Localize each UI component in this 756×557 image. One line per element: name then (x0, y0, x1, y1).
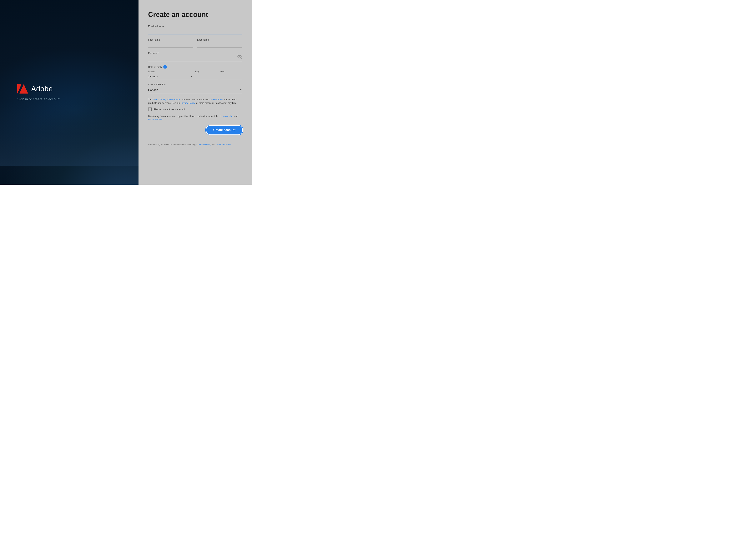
terms-link[interactable]: Terms of Use (220, 115, 233, 118)
privacy-policy-link[interactable]: Privacy Policy (181, 102, 195, 105)
form-panel: Create an account Email address First na… (139, 0, 252, 185)
consent-text-4: for more details or to opt-out at any ti… (195, 102, 237, 105)
password-visibility-toggle[interactable] (237, 55, 242, 60)
firstname-field-group: First name (148, 38, 193, 48)
contact-checkbox-label: Please contact me via email (153, 108, 185, 111)
year-col-label: Year (220, 70, 242, 73)
firstname-input[interactable] (148, 42, 193, 48)
agree-text-3: . (162, 118, 163, 121)
adobe-family-link[interactable]: Adobe family of companies (152, 98, 180, 101)
password-label: Password (148, 52, 242, 55)
password-field-group: Password (148, 52, 242, 61)
recaptcha-text-2: and (211, 144, 216, 146)
password-input[interactable] (148, 55, 242, 61)
consent-text-1: The (148, 98, 152, 101)
agree-text-1: By clicking Create account, I agree that… (148, 115, 220, 118)
lastname-input[interactable] (197, 42, 242, 48)
lastname-label: Last name (197, 38, 242, 41)
privacy-policy-link-2[interactable]: Privacy Policy (148, 118, 162, 121)
agree-text-2: and (233, 115, 237, 118)
recaptcha-privacy-link[interactable]: Privacy Policy (198, 144, 211, 146)
firstname-label: First name (148, 38, 193, 41)
month-select-wrapper: January February March April May June Ju… (148, 74, 193, 79)
dob-info-icon[interactable]: i (163, 65, 167, 69)
adobe-tagline: Sign in or create an account (17, 97, 60, 101)
day-input[interactable] (195, 74, 218, 79)
contact-checkbox[interactable] (148, 108, 152, 111)
email-field-group: Email address (148, 25, 242, 34)
password-wrapper (148, 55, 242, 61)
year-col: Year (220, 70, 242, 79)
month-col: Month January February March April May J… (148, 70, 193, 79)
country-section: Country/Region Canada United States Unit… (148, 83, 242, 93)
agree-text: By clicking Create account, I agree that… (148, 114, 242, 121)
dob-label-row: Date of birth i (148, 65, 242, 69)
consent-text: The Adobe family of companies may keep m… (148, 98, 242, 105)
lastname-field-group: Last name (197, 38, 242, 48)
country-select[interactable]: Canada United States United Kingdom Aust… (148, 87, 242, 93)
adobe-branding: Adobe Sign in or create an account (17, 84, 60, 101)
dob-cols: Month January February March April May J… (148, 70, 242, 79)
adobe-name-text: Adobe (31, 85, 53, 93)
personalized-link[interactable]: personalized (210, 98, 223, 101)
consent-text-2: may keep me informed with (180, 98, 210, 101)
name-row: First name Last name (148, 38, 242, 48)
adobe-logo-icon (17, 84, 28, 94)
country-label: Country/Region (148, 83, 242, 86)
month-col-label: Month (148, 70, 193, 73)
create-btn-row: Create account (148, 125, 242, 135)
recaptcha-terms-link[interactable]: Terms of Service (216, 144, 231, 146)
country-select-wrapper: Canada United States United Kingdom Aust… (148, 87, 242, 93)
year-input[interactable] (220, 74, 242, 79)
email-input[interactable] (148, 28, 242, 34)
dob-section: Date of birth i Month January February M… (148, 65, 242, 79)
form-title: Create an account (148, 10, 242, 19)
recaptcha-text-1: Protected by reCAPTCHA and subject to th… (148, 144, 198, 146)
month-select[interactable]: January February March April May June Ju… (148, 74, 193, 79)
contact-checkbox-row: Please contact me via email (148, 108, 242, 111)
email-label: Email address (148, 25, 242, 28)
recaptcha-text: Protected by reCAPTCHA and subject to th… (148, 143, 242, 146)
day-col: Day (195, 70, 218, 79)
day-col-label: Day (195, 70, 218, 73)
dob-label: Date of birth (148, 66, 162, 68)
create-account-button[interactable]: Create account (206, 125, 242, 135)
